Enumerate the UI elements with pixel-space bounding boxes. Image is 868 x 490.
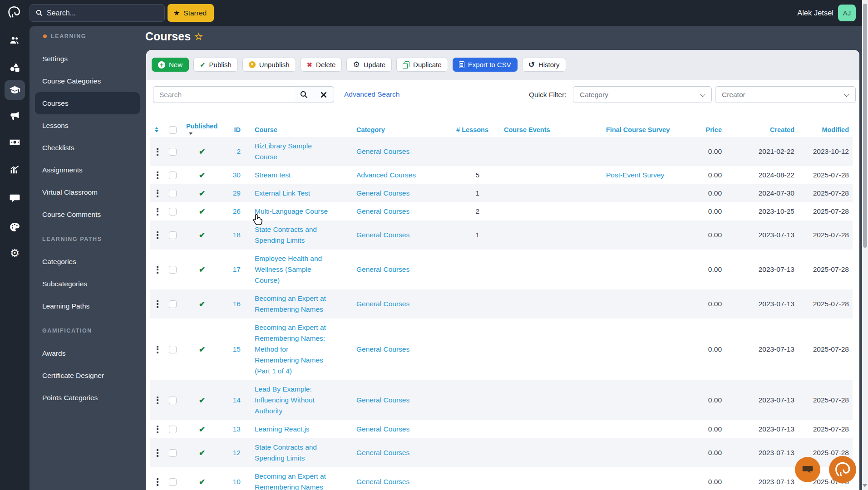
history-button[interactable]: History bbox=[522, 58, 566, 72]
unpublish-button[interactable]: ✕Unpublish bbox=[242, 58, 296, 72]
course-link[interactable]: Becoming an Expert at Remembering Names:… bbox=[241, 318, 345, 380]
scrollbar-thumb[interactable] bbox=[863, 4, 867, 248]
course-id-link[interactable]: 2 bbox=[237, 147, 241, 156]
course-id-link[interactable]: 17 bbox=[233, 265, 241, 274]
course-link[interactable]: State Contracts and Spending Limits bbox=[241, 438, 345, 467]
scrollbar[interactable] bbox=[862, 0, 868, 490]
sidebar-item-checklists[interactable]: Checklists bbox=[35, 137, 140, 159]
sidebar-item-lessons[interactable]: Lessons bbox=[35, 114, 140, 137]
course-id-link[interactable]: 18 bbox=[233, 231, 241, 239]
category-link[interactable]: General Courses bbox=[345, 478, 440, 486]
row-menu-icon[interactable] bbox=[155, 206, 163, 217]
sort-icon[interactable] bbox=[155, 127, 158, 132]
row-menu-icon[interactable] bbox=[155, 424, 163, 435]
column-header-final-course-survey[interactable]: Final Course Survey bbox=[586, 126, 690, 133]
column-header-price[interactable]: Price bbox=[706, 126, 726, 133]
row-checkbox[interactable] bbox=[169, 449, 177, 457]
course-link[interactable]: External Link Test bbox=[241, 184, 345, 202]
course-link[interactable]: Employee Health and Wellness (Sample Cou… bbox=[241, 250, 345, 289]
sidebar-item-courses[interactable]: Courses bbox=[35, 92, 140, 114]
row-checkbox[interactable] bbox=[169, 426, 177, 433]
category-link[interactable]: General Courses bbox=[345, 265, 440, 274]
rail-item-shapes[interactable] bbox=[5, 57, 25, 78]
column-header-id[interactable]: ID bbox=[234, 126, 241, 133]
category-link[interactable]: General Courses bbox=[345, 425, 440, 433]
sidebar-item-settings[interactable]: Settings bbox=[35, 48, 140, 70]
row-menu-icon[interactable] bbox=[155, 395, 163, 406]
row-checkbox[interactable] bbox=[169, 266, 177, 274]
final-course-survey-link[interactable]: Post-Event Survey bbox=[586, 171, 690, 179]
category-link[interactable]: General Courses bbox=[345, 345, 440, 353]
delete-button[interactable]: Delete bbox=[301, 58, 342, 72]
sidebar-item-assignments[interactable]: Assignments bbox=[35, 159, 140, 181]
scrollbar-down-arrow[interactable] bbox=[863, 484, 867, 487]
course-id-link[interactable]: 16 bbox=[233, 300, 241, 308]
rail-item-palette[interactable] bbox=[5, 217, 25, 237]
sidebar-item-course-categories[interactable]: Course Categories bbox=[35, 70, 140, 92]
course-id-link[interactable]: 14 bbox=[233, 396, 241, 404]
course-id-link[interactable]: 29 bbox=[233, 189, 241, 197]
course-link[interactable]: Becoming an Expert at Remembering Names bbox=[241, 289, 345, 318]
global-search-input[interactable]: Search... bbox=[30, 4, 165, 22]
mascot-widget-button[interactable] bbox=[829, 456, 856, 483]
category-link[interactable]: General Courses bbox=[345, 189, 440, 197]
row-menu-icon[interactable] bbox=[155, 230, 163, 240]
row-checkbox[interactable] bbox=[169, 172, 177, 179]
course-link[interactable]: Learning React.js bbox=[241, 420, 345, 438]
row-checkbox[interactable] bbox=[169, 208, 177, 216]
row-checkbox[interactable] bbox=[169, 231, 177, 239]
rail-item-graduation-cap[interactable] bbox=[5, 80, 25, 100]
starred-button[interactable]: Starred bbox=[168, 4, 214, 22]
column-header-modified[interactable]: Modified bbox=[822, 126, 853, 133]
sidebar-item-course-comments[interactable]: Course Comments bbox=[35, 203, 140, 225]
column-header-course-events[interactable]: Course Events bbox=[490, 126, 586, 133]
category-link[interactable]: General Courses bbox=[345, 300, 440, 308]
row-menu-icon[interactable] bbox=[155, 448, 163, 458]
column-header-lessons[interactable]: # Lessons bbox=[456, 126, 490, 133]
table-search-input[interactable] bbox=[153, 86, 294, 103]
category-link[interactable]: General Courses bbox=[345, 147, 440, 156]
row-checkbox[interactable] bbox=[169, 300, 177, 308]
course-id-link[interactable]: 30 bbox=[233, 171, 241, 179]
row-checkbox[interactable] bbox=[169, 148, 177, 156]
rail-item-money[interactable] bbox=[5, 132, 25, 152]
creator-filter-select[interactable]: Creator bbox=[715, 86, 856, 103]
course-id-link[interactable]: 26 bbox=[233, 207, 241, 216]
course-link[interactable]: BizLibrary Sample Course bbox=[241, 137, 345, 166]
row-checkbox[interactable] bbox=[169, 397, 177, 404]
category-link[interactable]: General Courses bbox=[345, 449, 440, 457]
course-id-link[interactable]: 15 bbox=[233, 345, 241, 353]
row-menu-icon[interactable] bbox=[155, 147, 163, 157]
rail-item-users[interactable] bbox=[5, 30, 25, 50]
new-button[interactable]: +New bbox=[152, 58, 189, 72]
row-menu-icon[interactable] bbox=[155, 188, 163, 199]
sidebar-item-subcategories[interactable]: Subcategories bbox=[35, 273, 140, 295]
row-menu-icon[interactable] bbox=[155, 344, 163, 355]
category-link[interactable]: General Courses bbox=[345, 396, 440, 404]
export-to-csv-button[interactable]: Export to CSV bbox=[453, 58, 518, 72]
rail-item-analytics[interactable] bbox=[5, 159, 25, 180]
row-menu-icon[interactable] bbox=[155, 299, 163, 309]
row-checkbox[interactable] bbox=[169, 478, 177, 486]
category-filter-select[interactable]: Category bbox=[573, 86, 712, 103]
sidebar-item-virtual-classroom[interactable]: Virtual Classroom bbox=[35, 181, 140, 203]
favorite-star-icon[interactable] bbox=[194, 31, 203, 42]
sidebar-item-categories[interactable]: Categories bbox=[35, 250, 140, 273]
row-menu-icon[interactable] bbox=[155, 265, 163, 275]
category-link[interactable]: Advanced Courses bbox=[345, 171, 440, 179]
publish-button[interactable]: Publish bbox=[193, 58, 238, 72]
course-link[interactable]: State Contracts and Spending Limits bbox=[241, 220, 345, 250]
column-header-published[interactable]: Published bbox=[180, 122, 218, 137]
rail-item-megaphone[interactable] bbox=[5, 106, 25, 126]
course-id-link[interactable]: 10 bbox=[233, 478, 241, 486]
rail-item-chat[interactable] bbox=[5, 188, 25, 208]
course-link[interactable]: Lead By Example: Influencing Without Aut… bbox=[241, 380, 345, 420]
column-header-created[interactable]: Created bbox=[770, 126, 799, 133]
duplicate-button[interactable]: Duplicate bbox=[396, 58, 448, 72]
clear-search-button[interactable] bbox=[314, 86, 334, 103]
update-button[interactable]: Update bbox=[346, 58, 392, 72]
support-chat-button[interactable] bbox=[795, 457, 820, 482]
advanced-search-link[interactable]: Advanced Search bbox=[344, 90, 399, 98]
elephant-logo-icon[interactable] bbox=[6, 5, 22, 20]
select-all-checkbox[interactable] bbox=[169, 126, 177, 134]
